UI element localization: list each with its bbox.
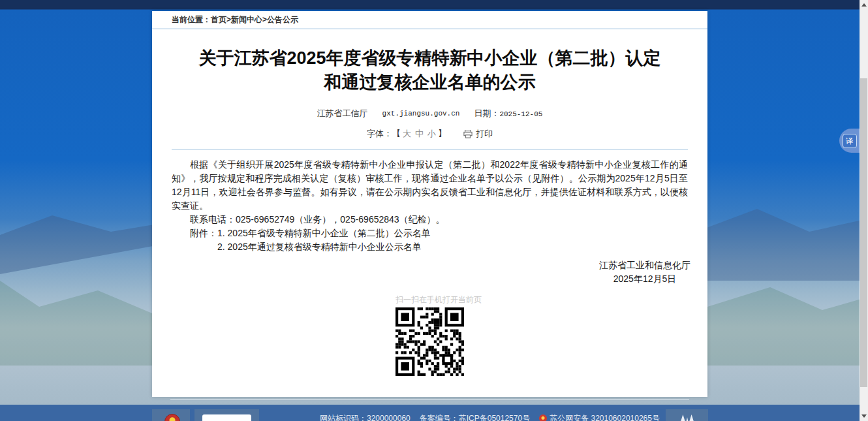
bracket-open: 【 [392, 128, 401, 140]
print-label: 打印 [476, 128, 493, 140]
gov-emblem-icon [164, 414, 180, 421]
meta-site-url: gxt.jiangsu.gov.cn [382, 110, 460, 117]
footer-bar: 网站标识码：3200000060 备案编号：苏ICP备05012570号 苏公网… [0, 405, 868, 421]
meta-date-value: 2025-12-05 [499, 110, 542, 118]
signature-block: 江苏省工业和信息化厅 2025年12月5日 [152, 258, 690, 286]
footer-icp[interactable]: 备案编号：苏ICP备05012570号 [420, 413, 530, 421]
meta-date: 日期：2025-12-05 [474, 108, 542, 119]
footer-site-logo-box[interactable] [194, 409, 259, 421]
attachments-line-2: 2. 2025年通过复核省级专精特新中小企业公示名单 [172, 240, 688, 254]
bracket-close: 】 [438, 128, 446, 140]
scrollbar-down-arrow[interactable] [860, 411, 868, 421]
down-arrow-icon [861, 414, 867, 418]
footer-site-id: 网站标识码：3200000060 [320, 413, 411, 421]
attachments-label: 附件： [190, 228, 217, 238]
printer-icon [463, 130, 473, 138]
meta-source: 江苏省工信厅 [317, 108, 368, 119]
site-logo-icon [202, 414, 251, 421]
article-panel: 当前位置：首页>新闻中心>公告公示 关于江苏省2025年度省级专精特新中小企业（… [152, 11, 707, 397]
related-divider [170, 399, 689, 400]
font-size-label: 字体： [367, 128, 392, 140]
article-meta: 江苏省工信厅 gxt.jiangsu.gov.cn 日期：2025-12-05 [152, 108, 707, 119]
signature-date: 2025年12月5日 [599, 272, 690, 286]
qr-caption: 扫一扫在手机打开当前页 [395, 294, 464, 305]
scrollbar-thumb[interactable] [860, 78, 867, 387]
up-arrow-icon [861, 3, 867, 7]
page-scrollbar[interactable] [860, 0, 868, 421]
font-size-large-button[interactable]: 大 [403, 128, 411, 140]
attachments-line-1: 附件：1. 2025年省级专精特新中小企业（第二批）公示名单 [172, 226, 688, 240]
police-badge-icon [539, 414, 547, 421]
scrollbar-up-arrow[interactable] [860, 0, 868, 10]
qr-code [395, 307, 464, 376]
signature-org: 江苏省工业和信息化厅 [599, 258, 690, 272]
attachment-link-1[interactable]: 1. 2025年省级专精特新中小企业（第二批）公示名单 [217, 228, 431, 238]
article-body: 根据《关于组织开展2025年度省级专精特新中小企业申报认定（第二批）和2022年… [152, 149, 707, 254]
translate-button[interactable]: 译 [839, 129, 860, 153]
page-title: 关于江苏省2025年度省级专精特新中小企业（第二批）认定和通过复核企业名单的公示 [198, 46, 662, 95]
paragraph-main: 根据《关于组织开展2025年度省级专精特新中小企业申报认定（第二批）和2022年… [172, 158, 688, 213]
attachment-link-2[interactable]: 2. 2025年通过复核省级专精特新中小企业公示名单 [217, 242, 422, 252]
accessibility-icon [680, 414, 694, 421]
font-toolbar: 字体： 【 大 中 小 】 打印 [152, 128, 707, 140]
paragraph-contacts: 联系电话：025-69652749（业务），025-69652843（纪检）。 [172, 213, 688, 226]
font-size-small-button[interactable]: 小 [427, 128, 436, 140]
breadcrumb[interactable]: 当前位置：首页>新闻中心>公告公示 [152, 11, 707, 29]
footer-accessibility-box[interactable] [666, 409, 708, 421]
font-size-medium-button[interactable]: 中 [415, 128, 424, 140]
meta-date-label: 日期： [474, 108, 499, 118]
qr-section: 扫一扫在手机打开当前页 [152, 294, 707, 376]
print-button[interactable]: 打印 [463, 128, 493, 140]
footer-legal-text: 网站标识码：3200000060 备案编号：苏ICP备05012570号 苏公网… [320, 413, 660, 421]
footer-gov-emblem-box[interactable] [152, 409, 190, 421]
page-background: 当前位置：首页>新闻中心>公告公示 关于江苏省2025年度省级专精特新中小企业（… [0, 0, 868, 421]
translate-icon: 译 [843, 134, 857, 148]
footer-police[interactable]: 苏公网安备 32010602010265号 [539, 413, 660, 421]
